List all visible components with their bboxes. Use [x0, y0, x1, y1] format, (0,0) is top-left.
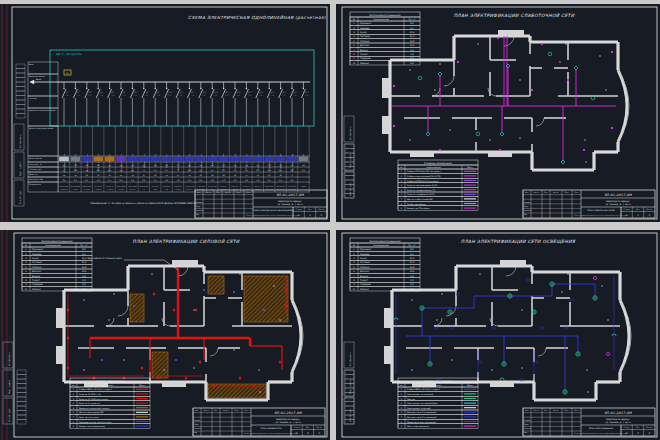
svg-text:Примечание: 1. Аппараты защиты: Примечание: 1. Аппараты защиты приняты с…	[90, 202, 197, 205]
svg-text:Условные обозначения: Условные обозначения	[424, 162, 452, 165]
svg-text:Экспликация помещений: Экспликация помещений	[370, 14, 401, 17]
sheet-background	[336, 230, 660, 440]
oneline-schematic-drawing: СХЕМА ЭЛЕКТРИЧЕСКАЯ ОДНОЛИНЕЙНАЯ (расчет…	[0, 4, 330, 222]
svg-text:№: №	[25, 244, 27, 246]
sheet-power-plan: ПЛАН ЭЛЕКТРИФИКАЦИИ СИЛОВОЙ СЕТИ Согласо…	[0, 230, 330, 440]
svg-text:ул. Ленина, д. 7, кв. 5: ул. Ленина, д. 7, кв. 5	[277, 203, 303, 206]
sheet-background	[0, 230, 330, 440]
sheet-title: СХЕМА ЭЛЕКТРИЧЕСКАЯ ОДНОЛИНЕЙНАЯ (расчет…	[188, 15, 326, 20]
svg-text:Экспликация помещений: Экспликация помещений	[42, 240, 73, 243]
svg-text:ЭП-01-2017-ЭМ: ЭП-01-2017-ЭМ	[274, 411, 302, 415]
svg-text:ул. Ленина, д. 7, кв. 5: ул. Ленина, д. 7, кв. 5	[605, 203, 631, 206]
svg-text:ул. Ленина, д. 7, кв. 5: ул. Ленина, д. 7, кв. 5	[275, 421, 301, 424]
svg-text:Условные обозначения: Условные обозначения	[424, 380, 452, 383]
sheet-lowcurrent-plan: ПЛАН ЭЛЕКТРИФИКАЦИИ СЛАБОТОЧНОЙ СЕТИ Сог…	[336, 4, 660, 222]
lighting-plan-drawing: ПЛАН ЭЛЕКТРИФИКАЦИИ СЕТИ ОСВЕЩЕНИЯ Согла…	[336, 230, 660, 440]
cad-collage: СХЕМА ЭЛЕКТРИЧЕСКАЯ ОДНОЛИНЕЙНАЯ (расчет…	[0, 0, 660, 440]
svg-text:Утв.: Утв.	[524, 431, 528, 433]
svg-text:ЭП-01-2017-ЭМ: ЭП-01-2017-ЭМ	[604, 411, 632, 415]
svg-text:Условные обозначения: Условные обозначения	[96, 380, 124, 383]
svg-text:№: №	[353, 244, 355, 246]
lowcurrent-plan-drawing: ПЛАН ЭЛЕКТРИФИКАЦИИ СЛАБОТОЧНОЙ СЕТИ Сог…	[336, 4, 660, 222]
svg-text:Экспликация помещений: Экспликация помещений	[370, 240, 401, 243]
sheet-title: ПЛАН ЭЛЕКТРИФИКАЦИИ СЛАБОТОЧНОЙ СЕТИ	[454, 12, 575, 18]
sheet-lighting-plan: ПЛАН ЭЛЕКТРИФИКАЦИИ СЕТИ ОСВЕЩЕНИЯ Согла…	[336, 230, 660, 440]
power-plan-drawing: ПЛАН ЭЛЕКТРИФИКАЦИИ СИЛОВОЙ СЕТИ Согласо…	[0, 230, 330, 440]
sheet-title: ПЛАН ЭЛЕКТРИФИКАЦИИ СЕТИ ОСВЕЩЕНИЯ	[461, 239, 576, 244]
svg-text:№: №	[353, 18, 355, 20]
svg-text:ул. Ленина, д. 7, кв. 5: ул. Ленина, д. 7, кв. 5	[605, 421, 631, 424]
svg-text:Утв.: Утв.	[194, 431, 198, 433]
svg-text:Утв.: Утв.	[196, 213, 200, 215]
svg-text:Утв.: Утв.	[524, 213, 528, 215]
svg-text:ЭП-01-2017-ЭМ: ЭП-01-2017-ЭМ	[604, 193, 632, 197]
svg-text:ЩР 1 - 22 группы: ЩР 1 - 22 группы	[56, 52, 81, 56]
svg-text:ЭП-01-2017-ЭМ: ЭП-01-2017-ЭМ	[276, 193, 304, 197]
sheet-title: ПЛАН ЭЛЕКТРИФИКАЦИИ СИЛОВОЙ СЕТИ	[133, 238, 240, 244]
sheet-oneline-schematic: СХЕМА ЭЛЕКТРИЧЕСКАЯ ОДНОЛИНЕЙНАЯ (расчет…	[0, 4, 330, 222]
note-text: Примечание: 1. Аппараты защиты приняты с…	[90, 202, 197, 205]
